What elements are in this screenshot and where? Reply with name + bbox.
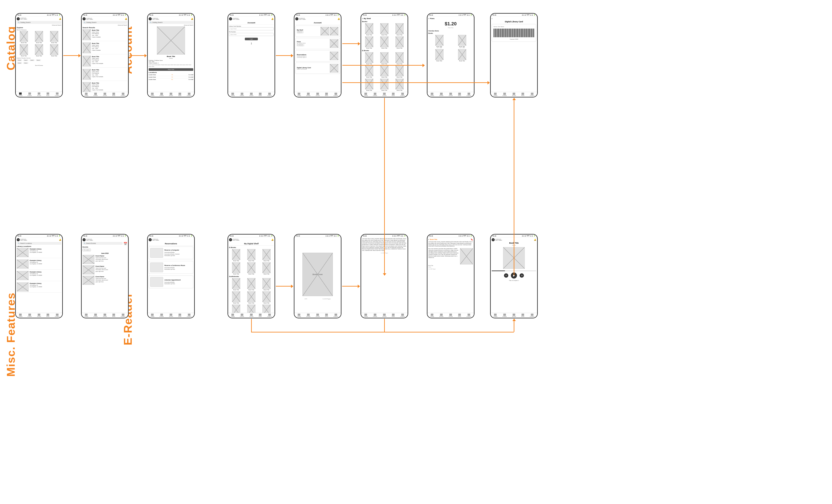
pin-label: Pin Number xyxy=(229,31,274,32)
result-5[interactable]: Book Title Author NamePrint MaterialYear… xyxy=(82,82,127,92)
ereader-screen-4: 09:46 ▲▲▲ WiFi ▲▲ 🔋 ‹ Book Title 🔖 Lorem… xyxy=(427,234,474,318)
catalog-screen-1: 09:46 ▲▲▲ WiFi ▲▲ 🔋 LA LOS ANGELESPUBLIC… xyxy=(15,13,63,98)
account-title: Account xyxy=(229,21,274,25)
account-screen-4: 09:46 ▲▲▲ WiFi ▲▲ 🔋 ‹ Fines $1.20 Fine F… xyxy=(427,13,474,98)
reserve-conference[interactable]: Reserve a Conference Room Instructions/D… xyxy=(149,261,193,274)
fines-books-row1: Book TitleJun 1, 1999 Book TitleJun 1, 1… xyxy=(428,35,473,48)
advanced-search-1[interactable]: Advanced Search xyxy=(17,25,61,26)
librarian-appointment[interactable]: Librarian Appointment Instructions/Detai… xyxy=(149,275,193,288)
recent-books-row: Book Title Book Title Book Title xyxy=(17,31,61,43)
card-number-input[interactable]: Input Field xyxy=(229,27,274,30)
fine-label: Fine Fine xyxy=(428,27,473,28)
library-2[interactable]: Example Library 123 Address St.Los Angel… xyxy=(17,260,61,270)
genre-pill-4[interactable]: Genre xyxy=(36,59,41,61)
library-barcode xyxy=(494,29,534,37)
status-bar-er4: 09:46 ▲▲▲ WiFi ▲▲ 🔋 xyxy=(427,235,474,237)
arrow-acc-2-fines-right xyxy=(342,65,425,65)
result-3[interactable]: Book Title Author NamePrint MaterialYear… xyxy=(82,56,127,68)
catalog-search-bar-1[interactable]: Catalog Search xyxy=(17,21,61,24)
arrow-acc-2-3 xyxy=(342,43,360,44)
nav-bar-misc2: Catalog E-Books Account Books Locations xyxy=(82,313,128,318)
nav-bar-er1: Catalog E-Books Account Books Locations xyxy=(228,313,275,318)
location-search[interactable]: Search Locations xyxy=(17,242,61,245)
explore-heading: Explore xyxy=(17,27,61,29)
nav-bar-1: Catalog E-Books Account Books Locations xyxy=(16,91,62,97)
pin-input[interactable]: Input Field xyxy=(229,33,274,36)
arrow-er-bottom-h xyxy=(251,332,514,333)
nav-catalog[interactable]: Catalog xyxy=(19,92,22,96)
status-bar-3: 09:46 ▲▲▲ WiFi ▲▲ 🔋 xyxy=(148,14,194,17)
fine-amount: $1.20 xyxy=(428,21,473,27)
events-month: June 2019 xyxy=(82,253,127,254)
card-number-label: Library Card Number xyxy=(229,26,274,27)
nav-ebooks[interactable]: E-Books xyxy=(28,92,32,96)
arrow-acc-1-2 xyxy=(276,55,293,56)
fines-item[interactable]: Fines No Overdue ItemsFine Member 1Fine … xyxy=(295,38,340,49)
my-shelf-item[interactable]: My Shelf Audiobooks 1Audiobooks 2 xyxy=(295,26,340,37)
catalog-screen-3: 09:46 ▲▲▲ WiFi ▲▲ 🔋 LA LOS ANGELESPUBLIC… xyxy=(147,13,195,98)
status-bar-misc1: 09:46 ▲▲▲ WiFi ▲▲ 🔋 xyxy=(16,235,62,237)
library-1[interactable]: Example Library 123 Address St.Los Angel… xyxy=(17,248,61,258)
account-menu-title: Account xyxy=(295,21,340,25)
book-detail-title: Book Title xyxy=(149,55,193,57)
reserve-computer[interactable]: Reserve a Computer Instructions/DetailsI… xyxy=(149,246,193,259)
chapter-label: Title of Chapter 1 xyxy=(492,280,536,281)
genre-pill-1[interactable]: Genre xyxy=(17,59,22,61)
result-1[interactable]: Book Title Author NamePrint MaterialYear… xyxy=(82,29,127,41)
shelf-books-row2: Book Title Book Title Book Title xyxy=(362,36,407,49)
digital-card-title: Digital Library Card xyxy=(492,21,536,23)
book-detail-author: Author xyxy=(149,58,193,59)
reservations-title: Reservations xyxy=(149,242,193,246)
nav-books[interactable]: Books xyxy=(46,92,49,96)
library-3[interactable]: Example Library 123 Address St.Los Angel… xyxy=(17,271,61,281)
settings-button[interactable]: ⚙ xyxy=(520,273,524,278)
arrow-er-bottom-v2 xyxy=(514,319,514,332)
event-1[interactable]: Event Name Some Info here andinformation… xyxy=(82,255,127,264)
see-all-genres[interactable]: See All Genres xyxy=(17,65,61,66)
catalog-search-bar-2[interactable]: Catalog Search xyxy=(82,21,127,24)
event-3[interactable]: Event Name Some Info here andinformation… xyxy=(82,276,127,285)
reservations-item[interactable]: Reservations Conference Room 1Community … xyxy=(295,50,340,61)
genre-pill-5[interactable]: Genre xyxy=(17,62,22,64)
genre-pill-3[interactable]: Genre xyxy=(29,59,35,61)
arrow-back-shelf-v xyxy=(384,319,385,332)
nav-bar-acc4: Catalog E-Books Account Books Locations xyxy=(427,92,474,97)
status-bar-acc4: 09:46 ▲▲▲ WiFi ▲▲ 🔋 xyxy=(427,14,474,17)
search-results-heading: Search Results xyxy=(82,27,127,29)
login-button[interactable]: Login xyxy=(245,38,258,40)
library-4[interactable]: Example Library 123 Address St.Los Angel… xyxy=(17,283,61,293)
location-filter[interactable]: All Locations xyxy=(82,249,91,251)
events-search[interactable]: Search Events xyxy=(82,242,123,245)
book-cover-large: Book Cover xyxy=(303,253,333,296)
digital-shelf-title: My Digital Shelf xyxy=(229,242,274,246)
genre-pill-6[interactable]: Genre xyxy=(23,62,28,64)
result-2[interactable]: Book Title Author NamePrint MaterialYear… xyxy=(82,43,127,54)
status-bar-er1: 09:46 ▲▲▲ WiFi ▲▲ 🔋 xyxy=(228,235,275,237)
ereader-audio-row2: Book Title Book Title Book Title xyxy=(229,291,274,304)
nav-bar-acc1: Catalog E-Books Account Books Locations xyxy=(228,92,275,97)
ereader-screen-1: 09:46 ▲▲▲ WiFi ▲▲ 🔋 LA LOS ANGELESPUBLIC… xyxy=(228,234,275,318)
digital-card-item[interactable]: Digital Library Card Library Card Number xyxy=(295,62,340,74)
place-hold-button[interactable]: Place Hold xyxy=(149,68,193,71)
status-bar-acc3: 09:46 ▲▲▲ WiFi ▲▲ 🔋 xyxy=(361,14,408,17)
nav-bar-er3: Catalog E-Books Account Books Locations xyxy=(361,313,408,318)
catalog-search-bar-3[interactable]: Catalog Search xyxy=(149,21,193,24)
arrow-cat-2-3 xyxy=(129,55,147,56)
arrow-er-1-2 xyxy=(276,286,293,287)
ereader-ebooks-row1: Book Title Book Title Book Title xyxy=(229,249,274,261)
result-4[interactable]: Book Title Author NamePrint MaterialYear… xyxy=(82,69,127,81)
nav-bar-er2: Catalog E-Books Account Books Locations xyxy=(294,313,341,318)
event-2[interactable]: Event Name Some Info here andinformation… xyxy=(82,265,127,274)
arrow-cat-1-2 xyxy=(63,55,81,56)
rewind-button[interactable]: ⟳ xyxy=(504,273,508,278)
arrow-digital-to-ereader-v xyxy=(514,98,514,275)
nav-account[interactable]: Account xyxy=(37,92,41,96)
nav-bar-2: Catalog E-Books Account Books Locations xyxy=(82,92,128,97)
catalog-screen-2: 09:46 ▲▲▲ WiFi ▲▲ 🔋 LA LOS ANGELESPUBLIC… xyxy=(81,13,129,98)
nav-bar-misc3: Catalog E-Books Account Books Locations xyxy=(148,313,194,318)
ereader-ebooks-row2: Book Title Book Title Book Title xyxy=(229,262,274,275)
nav-locations[interactable]: Locations xyxy=(55,92,59,96)
genre-pill-2[interactable]: Genre xyxy=(23,59,28,61)
misc-screen-3: 09:46 ▲▲▲ WiFi ▲▲ 🔋 LA LOS ANGELESPUBLIC… xyxy=(147,234,195,318)
status-bar-misc2: 09:46 ▲▲▲ WiFi ▲▲ 🔋 xyxy=(82,235,128,237)
